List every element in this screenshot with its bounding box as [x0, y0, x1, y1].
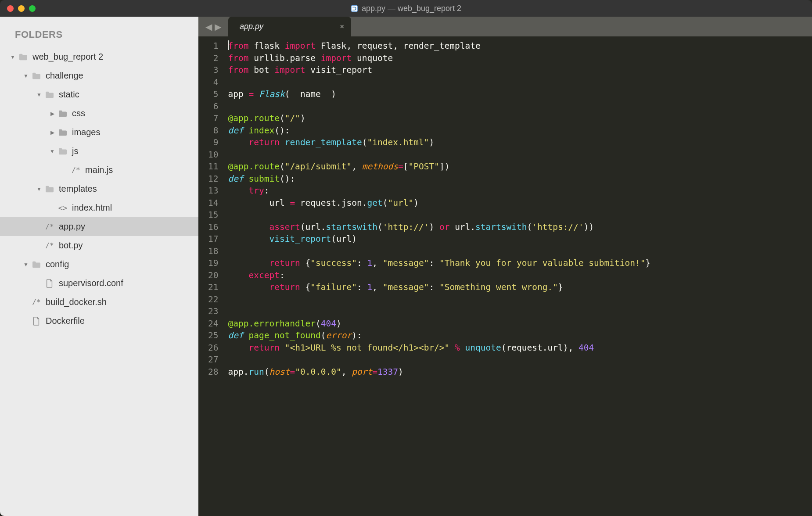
- token-call: startswith: [326, 222, 377, 232]
- token-op: =: [290, 367, 295, 377]
- tree-file[interactable]: Dockerfile: [0, 312, 198, 330]
- code-line[interactable]: [228, 149, 650, 161]
- token-punc: ): [413, 198, 419, 208]
- code-line[interactable]: from bot import visit_report: [228, 64, 650, 76]
- token: [300, 282, 305, 292]
- nav-forward-icon[interactable]: ▶: [214, 22, 222, 32]
- token: __name__: [290, 89, 331, 99]
- code-line[interactable]: app.run(host="0.0.0.0", port=1337): [228, 366, 650, 378]
- code-editor[interactable]: 1234567891011121314151617181920212223242…: [198, 36, 812, 516]
- code-line[interactable]: [228, 209, 650, 221]
- chevron-down-icon[interactable]: ▼: [36, 186, 42, 192]
- tree-item-label: main.js: [85, 165, 113, 175]
- tree-folder[interactable]: ▼web_bug_report 2: [0, 47, 198, 66]
- line-number: 14: [208, 197, 218, 209]
- token: json: [341, 198, 362, 208]
- code-line[interactable]: [228, 305, 650, 318]
- code-line[interactable]: def page_not_found(error):: [228, 330, 650, 342]
- tree-file[interactable]: /*bot.py: [0, 236, 198, 255]
- tab-history-nav: ◀ ▶: [198, 17, 228, 36]
- tab-app-py[interactable]: app.py ×: [228, 17, 351, 36]
- tree-file[interactable]: /*main.js: [0, 161, 198, 179]
- tree-item-label: css: [72, 108, 85, 118]
- code-line[interactable]: from flask import Flask, request, render…: [228, 40, 650, 52]
- line-number: 26: [208, 342, 218, 354]
- code-line[interactable]: @app.route("/api/submit", methods=["POST…: [228, 161, 650, 173]
- token-punc: ,: [372, 258, 382, 268]
- token-punc: .: [336, 198, 341, 208]
- token: url: [305, 222, 321, 232]
- tree-folder[interactable]: ▶images: [0, 123, 198, 142]
- token-punc: (: [285, 89, 290, 99]
- folder-tree[interactable]: ▼web_bug_report 2▼challenge▼static▶css▶i…: [0, 47, 198, 516]
- code-line[interactable]: [228, 354, 650, 366]
- code-line[interactable]: [228, 76, 650, 89]
- tree-folder[interactable]: ▼config: [0, 255, 198, 274]
- token: [244, 330, 249, 340]
- token-str: "/": [285, 113, 300, 123]
- tree-file[interactable]: supervisord.conf: [0, 274, 198, 293]
- tree-file[interactable]: <>index.html: [0, 198, 198, 217]
- code-file-icon: /*: [71, 166, 81, 174]
- window-title: app.py — web_bug_report 2: [351, 4, 461, 13]
- code-line[interactable]: return "<h1>URL %s not found</h1><br/>" …: [228, 342, 650, 354]
- code-line[interactable]: return render_template("index.html"): [228, 136, 650, 149]
- nav-back-icon[interactable]: ◀: [205, 22, 213, 32]
- chevron-right-icon[interactable]: ▶: [49, 129, 55, 136]
- chevron-down-icon[interactable]: ▼: [23, 262, 29, 268]
- code-line[interactable]: return {"success": 1, "message": "Thank …: [228, 257, 650, 269]
- chevron-right-icon[interactable]: ▶: [49, 111, 55, 117]
- window-controls: [0, 5, 36, 12]
- code-line[interactable]: [228, 100, 650, 113]
- code-line[interactable]: except:: [228, 269, 650, 282]
- line-number: 4: [208, 76, 218, 89]
- code-line[interactable]: visit_report(url): [228, 233, 650, 245]
- minimize-window-button[interactable]: [18, 5, 25, 12]
- tree-folder[interactable]: ▶css: [0, 104, 198, 123]
- line-number: 1: [208, 40, 218, 52]
- close-window-button[interactable]: [7, 5, 14, 12]
- token-num: 1337: [377, 367, 398, 377]
- code-line[interactable]: @app.route("/"): [228, 112, 650, 125]
- code-line[interactable]: def submit():: [228, 173, 650, 185]
- code-line[interactable]: try:: [228, 185, 650, 197]
- token: request: [507, 343, 543, 353]
- line-number: 22: [208, 294, 218, 306]
- tree-item-label: config: [46, 259, 69, 269]
- token: bot: [248, 65, 274, 75]
- token-str: "Something went wrong.": [439, 282, 558, 292]
- code-line[interactable]: assert(url.startswith('http://') or url.…: [228, 221, 650, 233]
- token-punc: .: [285, 53, 290, 63]
- code-line[interactable]: app = Flask(__name__): [228, 88, 650, 100]
- code-line[interactable]: from urllib.parse import unquote: [228, 52, 650, 64]
- tree-folder[interactable]: ▼templates: [0, 179, 198, 198]
- code-line[interactable]: [228, 245, 650, 258]
- code-content[interactable]: from flask import Flask, request, render…: [224, 36, 658, 516]
- tree-folder[interactable]: ▼challenge: [0, 66, 198, 85]
- chevron-down-icon[interactable]: ▼: [49, 148, 55, 154]
- token-arg: error: [326, 330, 352, 340]
- code-line[interactable]: def index():: [228, 125, 650, 137]
- token-punc: .: [321, 222, 326, 232]
- token-punc: ): [331, 89, 336, 99]
- token: Flask, request, render_template: [316, 41, 481, 51]
- token-str: "success": [310, 258, 357, 268]
- token: [300, 258, 305, 268]
- tree-folder[interactable]: ▼js: [0, 142, 198, 161]
- tree-item-label: web_bug_report 2: [32, 52, 103, 62]
- zoom-window-button[interactable]: [29, 5, 36, 12]
- chevron-down-icon[interactable]: ▼: [23, 73, 29, 79]
- tree-folder[interactable]: ▼static: [0, 85, 198, 104]
- code-line[interactable]: url = request.json.get("url"): [228, 197, 650, 209]
- token-punc: ):: [352, 330, 362, 340]
- chevron-down-icon[interactable]: ▼: [36, 92, 42, 98]
- token-op: =: [290, 198, 295, 208]
- code-line[interactable]: @app.errorhandler(404): [228, 318, 650, 330]
- chevron-down-icon[interactable]: ▼: [10, 54, 16, 60]
- code-line[interactable]: [228, 294, 650, 306]
- token: unquote: [352, 53, 393, 63]
- tree-file[interactable]: /*app.py: [0, 217, 198, 236]
- close-tab-icon[interactable]: ×: [340, 22, 344, 31]
- code-line[interactable]: return {"failure": 1, "message": "Someth…: [228, 281, 650, 294]
- tree-file[interactable]: /*build_docker.sh: [0, 293, 198, 312]
